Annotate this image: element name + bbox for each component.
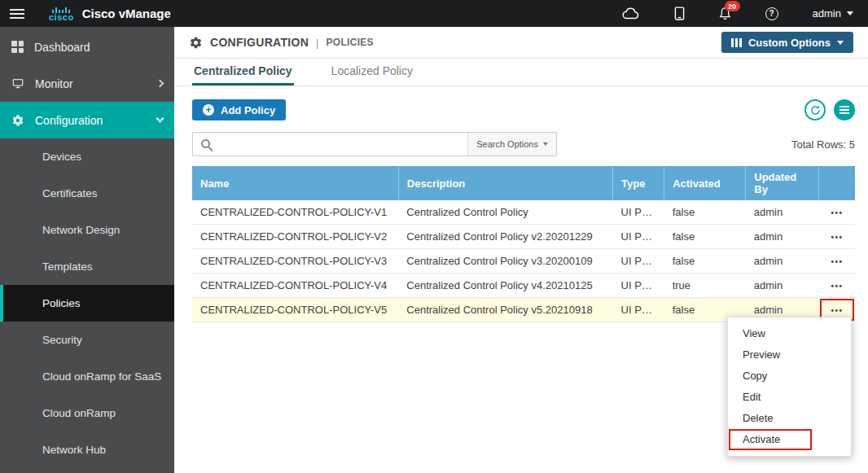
sidebar-subitem-devices[interactable]: Devices: [0, 138, 174, 175]
cell-type: UI Poli...: [613, 200, 664, 225]
sidebar-subitem-label: Devices: [42, 151, 81, 163]
cell-activated: true: [664, 274, 746, 298]
cell-type: UI Poli...: [613, 298, 664, 322]
row-actions-context-menu: View Preview Copy Edit Delete Activate: [727, 317, 852, 457]
menu-item-view[interactable]: View: [728, 323, 851, 344]
table-row: CENTRALIZED-CONTROL-POLICY-V3 Centralize…: [192, 249, 855, 274]
gear-icon: [189, 36, 203, 50]
policy-tabs: Centralized Policy Localized Policy: [174, 59, 868, 86]
chevron-down-icon: [837, 41, 844, 45]
topbar-left: cisco Cisco vManage: [0, 7, 171, 21]
cisco-logo: cisco: [49, 7, 74, 21]
monitor-icon: [11, 77, 24, 90]
page-header: CONFIGURATION | POLICIES Custom Options: [174, 27, 868, 59]
refresh-icon: [810, 105, 821, 116]
search-input[interactable]: [215, 133, 467, 155]
sidebar-subitem-label: Policies: [42, 297, 81, 309]
toolbar: Add Policy: [192, 99, 855, 120]
cell-description: Centralized Control Policy v5.20210918: [398, 298, 612, 322]
cell-activated: false: [664, 225, 746, 249]
cell-name: CENTRALIZED-CONTROL-POLICY-V4: [192, 274, 398, 298]
sidebar-subitem-network-design[interactable]: Network Design: [0, 212, 174, 248]
refresh-button[interactable]: [804, 99, 826, 120]
row-actions-button[interactable]: [831, 233, 843, 242]
sidebar-subitem-label: Certificates: [42, 187, 98, 199]
cell-type: UI Poli...: [613, 225, 664, 249]
notifications-bell-icon[interactable]: 20: [719, 7, 731, 20]
cell-activated: false: [664, 249, 746, 274]
cell-description: Centralized Control Policy v2.20201229: [398, 225, 612, 249]
cell-name: CENTRALIZED-CONTROL-POLICY-V2: [192, 225, 398, 249]
menu-item-label: Activate: [743, 433, 780, 445]
menu-item-preview[interactable]: Preview: [728, 344, 851, 366]
row-actions-button[interactable]: [831, 282, 843, 291]
sidebar-subitem-cloud-onramp-saas[interactable]: Cloud onRamp for SaaS: [0, 358, 174, 395]
columns-icon: [731, 38, 742, 47]
menu-item-copy[interactable]: Copy: [728, 366, 851, 387]
user-menu[interactable]: admin: [813, 7, 853, 20]
search-options-dropdown[interactable]: Search Options: [467, 133, 556, 155]
sidebar-item-monitor[interactable]: Monitor: [0, 65, 174, 102]
row-actions-button[interactable]: [831, 306, 843, 315]
toolbar-right: [804, 99, 855, 120]
table-header-row: Name Description Type Activated Updated …: [192, 166, 855, 200]
search-options-label: Search Options: [476, 139, 538, 149]
sidebar-subitem-label: Cloud onRamp for SaaS: [42, 370, 161, 383]
menu-toggle-icon[interactable]: [10, 9, 24, 19]
row-actions-button[interactable]: [831, 257, 843, 266]
custom-options-label: Custom Options: [748, 37, 831, 49]
sidebar-subitem-label: Templates: [42, 261, 93, 273]
chevron-down-icon: [156, 115, 164, 123]
notification-count-badge: 20: [725, 1, 740, 11]
cell-activated: false: [664, 200, 746, 225]
title-separator: |: [316, 37, 318, 49]
sidebar-item-configuration[interactable]: Configuration: [0, 102, 174, 138]
cell-name: CENTRALIZED-CONTROL-POLICY-V1: [192, 200, 398, 225]
tab-localized-policy[interactable]: Localized Policy: [330, 59, 414, 85]
menu-item-label: Copy: [743, 370, 767, 382]
sidebar-subitem-security[interactable]: Security: [0, 322, 174, 358]
column-header-description[interactable]: Description: [398, 166, 612, 200]
add-policy-button[interactable]: Add Policy: [192, 99, 286, 120]
page-subtitle: POLICIES: [326, 37, 373, 48]
table-options-button[interactable]: [834, 99, 855, 120]
cell-description: Centralized Control Policy v3.20200109: [398, 249, 612, 274]
custom-options-button[interactable]: Custom Options: [721, 32, 853, 53]
column-header-activated[interactable]: Activated: [664, 166, 746, 200]
column-header-updated-by[interactable]: Updated By: [746, 166, 819, 200]
menu-item-activate[interactable]: Activate: [728, 429, 851, 450]
column-header-name[interactable]: Name: [192, 166, 398, 200]
username: admin: [813, 7, 841, 20]
tab-centralized-policy[interactable]: Centralized Policy: [192, 59, 294, 85]
column-header-type[interactable]: Type: [613, 166, 664, 200]
tab-label: Localized Policy: [331, 64, 413, 77]
search-row: Search Options Total Rows: 5: [192, 132, 855, 156]
cell-updated-by: admin: [746, 225, 819, 249]
row-actions-button[interactable]: [831, 208, 843, 217]
tab-label: Centralized Policy: [194, 64, 292, 77]
sidebar: Dashboard Monitor Configuration Devices …: [0, 27, 174, 473]
policies-table: Name Description Type Activated Updated …: [192, 166, 855, 322]
sidebar-subitem-certificates[interactable]: Certificates: [0, 175, 174, 212]
page-title: CONFIGURATION: [210, 36, 309, 49]
sidebar-subitem-policies[interactable]: Policies: [0, 285, 174, 322]
sidebar-subitem-templates[interactable]: Templates: [0, 248, 174, 285]
cell-description: Centralized Control Policy: [398, 200, 612, 225]
sidebar-subitem-network-hub[interactable]: Network Hub: [0, 431, 174, 468]
chevron-right-icon: [156, 80, 164, 88]
menu-item-label: View: [743, 327, 765, 339]
cell-updated-by: admin: [746, 274, 819, 298]
help-icon[interactable]: [765, 7, 778, 20]
cloud-icon[interactable]: [622, 7, 640, 20]
sidebar-item-dashboard[interactable]: Dashboard: [0, 28, 174, 65]
sidebar-item-label: Monitor: [35, 77, 73, 90]
tasks-tablet-icon[interactable]: [674, 7, 685, 20]
cisco-logo-text: cisco: [49, 13, 74, 21]
table-row: CENTRALIZED-CONTROL-POLICY-V1 Centralize…: [192, 200, 855, 225]
cell-type: UI Poli...: [613, 249, 664, 274]
sidebar-subitem-cloud-onramp[interactable]: Cloud onRamp: [0, 395, 174, 431]
add-policy-label: Add Policy: [221, 104, 275, 116]
menu-item-delete[interactable]: Delete: [728, 408, 851, 429]
menu-item-edit[interactable]: Edit: [728, 387, 851, 408]
dashboard-grid-icon: [11, 41, 24, 53]
